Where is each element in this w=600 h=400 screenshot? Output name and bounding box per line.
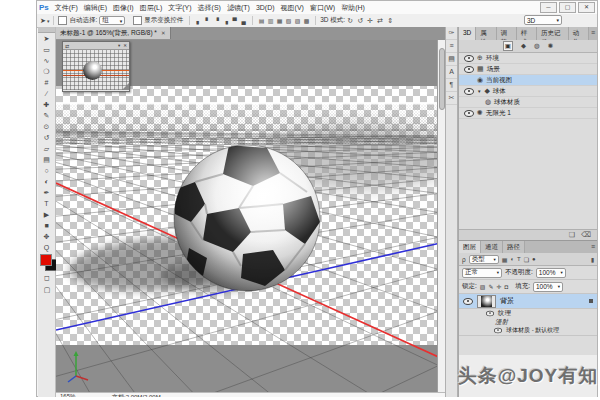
secondary-view-titlebar[interactable]: ⇄ ▾ ✕ [63, 42, 129, 50]
visibility-eye-icon[interactable] [464, 110, 474, 117]
3d-tree-item-environment[interactable]: ⊕ 环境 [459, 53, 597, 64]
layer-row-textures[interactable]: 纹理 [459, 309, 597, 318]
lock-position-icon[interactable]: ✛ [497, 283, 502, 290]
current-tool-icon[interactable]: ➤ [40, 17, 46, 25]
layer-thumbnail[interactable] [477, 295, 496, 308]
tab-actions[interactable]: 动作 [569, 27, 589, 40]
maximize-button[interactable]: ▢ [559, 2, 576, 13]
3d-drag-icon[interactable]: ✛ [365, 17, 375, 25]
visibility-eye-icon[interactable] [464, 88, 474, 95]
quick-mask-button[interactable]: ◻ [40, 274, 54, 282]
menu-item-select[interactable]: 选择(S) [198, 3, 221, 13]
filter-lights-icon[interactable]: ✺ [548, 42, 553, 50]
menu-item-window[interactable]: 窗口(W) [310, 3, 335, 13]
quick-selection-tool[interactable]: ❍ [38, 66, 55, 77]
align-middle-icon[interactable]: ▀ [230, 18, 239, 24]
foreground-color-swatch[interactable] [40, 254, 52, 266]
align-top-icon[interactable]: ▗ [221, 17, 230, 24]
distribute-top-icon[interactable]: ▤ [257, 17, 266, 24]
filter-kind-dropdown[interactable]: 类型 ▾ [469, 255, 499, 264]
gradient-tool[interactable]: ▤ [38, 154, 55, 165]
tool-preset-arrow-icon[interactable]: ▾ [47, 18, 50, 24]
opacity-field[interactable]: 100% ▾ [536, 268, 566, 278]
move-tool[interactable]: ➤ [38, 33, 55, 44]
lock-transparent-icon[interactable]: ▨ [480, 283, 486, 290]
layer-row-background[interactable]: 背景 [459, 294, 597, 309]
new-item-icon[interactable]: ❏ [569, 231, 575, 239]
dodge-tool[interactable]: ◐ [38, 176, 55, 187]
layer-row-texture-item[interactable]: 球体材质 - 默认纹理 [459, 326, 597, 336]
clone-source-panel-icon[interactable]: ≡ [446, 40, 457, 53]
distribute-right-icon[interactable]: ▩ [302, 17, 311, 24]
hand-tool[interactable]: ✥ [38, 231, 55, 242]
tab-3d[interactable]: 3D [459, 27, 476, 40]
minimize-button[interactable]: ─ [540, 2, 557, 13]
tab-properties[interactable]: 属性 [476, 27, 496, 40]
align-left-icon[interactable]: ▖ [194, 17, 203, 24]
pen-tool[interactable]: ✒ [38, 187, 55, 198]
visibility-eye-icon[interactable] [494, 328, 502, 334]
type-filter-icon[interactable]: T [517, 256, 521, 262]
screen-mode-button[interactable]: ▢ [40, 286, 54, 294]
adjustment-filter-icon[interactable]: ◐ [510, 256, 514, 262]
notes-panel-icon[interactable]: ✂ [446, 92, 457, 105]
layer-filter-toggle[interactable]: ▮ [591, 256, 594, 263]
workspace-switcher[interactable]: 3D ▾ [524, 15, 562, 25]
3d-slide-icon[interactable]: ⇄ [375, 17, 385, 25]
resize-grip-icon[interactable] [122, 83, 129, 90]
menu-item-3d[interactable]: 3D(D) [256, 4, 275, 11]
eyedropper-tool[interactable]: ∕ [38, 88, 55, 99]
character-panel-icon[interactable]: A [446, 66, 457, 79]
view-close-icon[interactable]: ✕ [123, 43, 127, 49]
3d-tree-item-current-view[interactable]: ◉ 当前视图 [459, 75, 597, 86]
3d-tree-item-scene[interactable]: ▦ 场景 [459, 64, 597, 75]
smart-object-filter-icon[interactable]: ● [532, 256, 536, 262]
visibility-eye-icon[interactable] [463, 298, 473, 305]
blur-tool[interactable]: ○ [38, 165, 55, 176]
3d-tree-item-infinite-light[interactable]: ✺ 无限光 1 [459, 108, 597, 119]
3d-tree-item-sphere-material[interactable]: ◍ 球体材质 [459, 97, 597, 108]
paragraph-panel-icon[interactable]: ¶ [446, 79, 457, 92]
auto-select-dropdown[interactable]: 组 ▾ [99, 16, 125, 25]
clone-stamp-tool[interactable]: ⊙ [38, 121, 55, 132]
expander-icon[interactable]: ▼ [477, 89, 481, 94]
status-zoom[interactable]: 165% [60, 393, 75, 397]
menu-item-type[interactable]: 文字(Y) [168, 3, 191, 13]
filter-whole-scene-icon[interactable]: ▣ [503, 41, 513, 51]
tab-paths[interactable]: 路径 [503, 241, 525, 253]
vertical-scrollbar[interactable] [437, 40, 445, 392]
distribute-left-icon[interactable]: ▧ [284, 17, 293, 24]
filter-meshes-icon[interactable]: ◆ [521, 42, 526, 50]
healing-brush-tool[interactable]: ✚ [38, 99, 55, 110]
blend-mode-dropdown[interactable]: 正常 ▾ [462, 268, 502, 278]
panel-menu-icon[interactable]: ≡ [589, 27, 597, 40]
distribute-middle-icon[interactable]: ▥ [266, 17, 275, 24]
view-menu-icon[interactable]: ▾ [118, 43, 120, 49]
tab-adjustments[interactable]: 调整 [497, 27, 517, 40]
swap-view-icon[interactable]: ⇄ [65, 43, 69, 49]
crop-tool[interactable]: # [38, 77, 55, 88]
menu-item-help[interactable]: 帮助(H) [341, 3, 365, 13]
tab-channels[interactable]: 通道 [481, 241, 503, 253]
distribute-bottom-icon[interactable]: ▦ [275, 17, 284, 24]
align-right-icon[interactable]: ▝ [212, 17, 221, 24]
3d-roll-icon[interactable]: ↺ [355, 17, 365, 25]
panel-menu-icon[interactable]: ≡ [589, 241, 597, 253]
eraser-tool[interactable]: ▱ [38, 143, 55, 154]
tab-history[interactable]: 历史记录 [537, 27, 569, 40]
secondary-view-window[interactable]: ⇄ ▾ ✕ [62, 41, 130, 92]
canvas-viewport[interactable]: ⇄ ▾ ✕ [56, 40, 445, 392]
soccer-ball[interactable] [174, 145, 320, 291]
brush-panel-icon[interactable]: ✑ [446, 27, 457, 40]
tab-styles[interactable]: 样式 [517, 27, 537, 40]
swatches-panel-icon[interactable]: ▤ [446, 53, 457, 66]
visibility-eye-icon[interactable] [464, 55, 474, 62]
layer-row-diffuse[interactable]: 漫射 [459, 318, 597, 326]
menu-item-edit[interactable]: 编辑(E) [84, 3, 107, 13]
menu-item-image[interactable]: 图像(I) [113, 3, 134, 13]
show-transform-checkbox[interactable] [133, 16, 142, 25]
menu-item-view[interactable]: 视图(V) [281, 3, 304, 13]
document-tab[interactable]: 未标题-1 @ 165%(背景, RGB/8) * ✕ [56, 27, 171, 39]
close-button[interactable]: ✕ [578, 2, 595, 13]
menu-item-filter[interactable]: 滤镜(T) [227, 3, 250, 13]
